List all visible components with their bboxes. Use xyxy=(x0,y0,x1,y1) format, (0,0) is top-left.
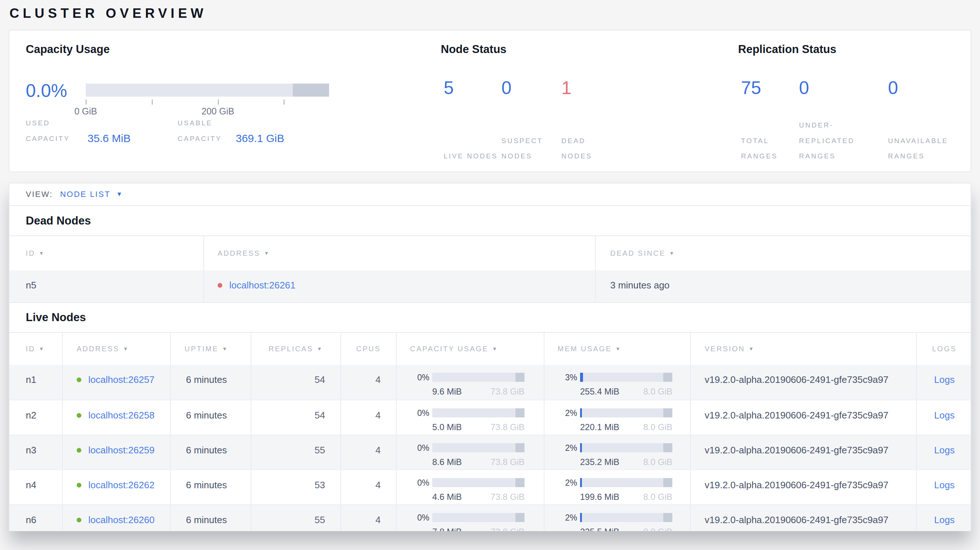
dead-nodes-heading: Dead Nodes xyxy=(10,206,970,235)
node-address-link[interactable]: localhost:26258 xyxy=(88,410,154,421)
mem-bar-fill xyxy=(580,409,582,417)
replication-status-section: Replication Status 75 TOTAL RANGES 0 UND… xyxy=(738,43,970,172)
mem-bar-reserved-segment xyxy=(663,478,672,487)
unavailable-ranges-count: 0 xyxy=(888,80,970,96)
suspect-nodes-label: SUSPECT NODES xyxy=(502,134,556,165)
capacity-used: 8.6 MiB xyxy=(432,457,462,467)
mem-total: 8.0 GiB xyxy=(643,422,672,432)
mem-used: 199.6 MiB xyxy=(580,492,619,502)
node-cpus: 4 xyxy=(340,505,396,531)
mem-bar-fill xyxy=(580,513,582,522)
sort-desc-icon: ▼ xyxy=(749,346,755,352)
axis-tick xyxy=(284,100,285,105)
logs-link[interactable]: Logs xyxy=(934,480,955,490)
capacity-used: 5.0 MiB xyxy=(432,422,462,432)
logs-link[interactable]: Logs xyxy=(934,374,955,385)
mem-usage-cell: 2% 235.2 MiB 8.0 GiB xyxy=(544,435,690,469)
logs-link[interactable]: Logs xyxy=(934,410,955,421)
node-uptime: 6 minutes xyxy=(170,435,251,469)
node-address-link[interactable]: localhost:26259 xyxy=(88,445,154,456)
view-label: VIEW: xyxy=(26,190,52,199)
node-version: v19.2.0-alpha.20190606-2491-gfe735c9a97 xyxy=(690,401,916,434)
capacity-usage-cell: 0% 8.6 MiB 73.8 GiB xyxy=(396,435,544,469)
logs-link[interactable]: Logs xyxy=(934,445,955,456)
mem-percent: 2% xyxy=(555,513,577,531)
column-header-cpus[interactable]: CPUS xyxy=(340,333,396,365)
dead-nodes-label: DEAD NODES xyxy=(562,134,616,165)
column-header-id[interactable]: ID ▼ xyxy=(10,236,204,270)
dead-nodes-table: ID ▼ ADDRESS ▼ DEAD SINCE ▼ n5 localhost… xyxy=(10,235,970,303)
capacity-bar-reserved-segment xyxy=(293,84,329,97)
capacity-bar-reserved-segment xyxy=(515,409,525,417)
column-header-mem-usage[interactable]: MEM USAGE ▼ xyxy=(544,333,690,365)
view-selected-value: NODE LIST xyxy=(60,190,110,199)
cluster-overview-page: CLUSTER OVERVIEW Capacity Usage 0.0% 0 G… xyxy=(0,0,980,550)
capacity-total: 73.8 GiB xyxy=(491,386,525,397)
capacity-percent: 0.0% xyxy=(26,83,86,99)
capacity-percent: 0% xyxy=(407,373,430,400)
capacity-total: 73.8 GiB xyxy=(491,422,525,432)
live-status-dot-icon xyxy=(76,483,81,488)
dead-nodes-table-header: ID ▼ ADDRESS ▼ DEAD SINCE ▼ xyxy=(10,235,970,270)
node-address-cell: localhost:26259 xyxy=(62,435,170,469)
logs-link[interactable]: Logs xyxy=(934,514,955,525)
live-nodes-label: LIVE NODES xyxy=(444,149,498,164)
column-header-replicas[interactable]: REPLICAS ▼ xyxy=(251,333,340,365)
column-header-version[interactable]: VERSION ▼ xyxy=(690,333,916,365)
node-address-link[interactable]: localhost:26257 xyxy=(88,374,154,385)
capacity-percent: 0% xyxy=(407,409,430,434)
dead-status-dot-icon xyxy=(218,283,222,288)
column-header-uptime[interactable]: UPTIME ▼ xyxy=(170,333,251,365)
mem-percent: 2% xyxy=(555,409,577,434)
live-nodes-count: 5 xyxy=(444,80,499,96)
page-title: CLUSTER OVERVIEW xyxy=(10,6,980,21)
node-address-cell: localhost:26257 xyxy=(62,365,170,400)
mem-percent: 2% xyxy=(555,478,577,504)
live-status-dot-icon xyxy=(76,377,81,382)
node-status-title: Node Status xyxy=(441,43,738,57)
axis-label-start: 0 GiB xyxy=(75,106,97,117)
column-header-capacity-usage[interactable]: CAPACITY USAGE ▼ xyxy=(396,333,544,365)
capacity-usage-section: Capacity Usage 0.0% 0 GiB 200 GiB USE xyxy=(26,43,441,172)
mem-bar-fill xyxy=(580,443,582,452)
column-header-address[interactable]: ADDRESS ▼ xyxy=(62,333,170,365)
view-selector-dropdown[interactable]: NODE LIST ▼ xyxy=(60,190,123,199)
dead-node-row: n5 localhost:26261 3 minutes ago xyxy=(10,270,970,303)
sort-desc-icon: ▼ xyxy=(615,346,622,352)
mem-bar-reserved-segment xyxy=(663,409,672,417)
column-header-dead-since[interactable]: DEAD SINCE ▼ xyxy=(595,236,971,270)
node-address-link[interactable]: localhost:26261 xyxy=(229,280,295,291)
dead-nodes-stat: 1 DEAD NODES xyxy=(558,80,668,164)
dead-since-value: 3 minutes ago xyxy=(595,270,971,302)
capacity-bar-reserved-segment xyxy=(515,478,525,487)
node-address-link[interactable]: localhost:26260 xyxy=(88,514,154,525)
node-id: n1 xyxy=(10,365,62,400)
mem-bar-reserved-segment xyxy=(663,513,672,522)
mem-percent: 2% xyxy=(555,443,577,469)
node-id: n5 xyxy=(10,270,204,302)
mem-used: 220.1 MiB xyxy=(580,422,619,432)
used-capacity-metric: USED CAPACITY 35.6 MiB xyxy=(26,116,165,147)
mem-bar xyxy=(580,513,672,522)
node-cpus: 4 xyxy=(340,365,396,400)
sort-desc-icon: ▼ xyxy=(317,346,323,352)
mem-total: 8.0 GiB xyxy=(643,527,672,531)
capacity-usage-title: Capacity Usage xyxy=(26,43,441,57)
chevron-down-icon: ▼ xyxy=(116,191,123,198)
node-replicas: 55 xyxy=(251,435,340,469)
node-address-link[interactable]: localhost:26262 xyxy=(88,480,154,490)
node-id: n2 xyxy=(10,401,62,434)
usable-capacity-metric: USABLE CAPACITY 369.1 GiB xyxy=(178,116,313,147)
capacity-bar-reserved-segment xyxy=(515,443,525,452)
under-replicated-ranges-count: 0 xyxy=(799,80,885,96)
node-cpus: 4 xyxy=(340,435,396,469)
mem-bar-reserved-segment xyxy=(663,443,672,452)
column-header-address[interactable]: ADDRESS ▼ xyxy=(204,236,595,270)
mem-usage-cell: 2% 199.6 MiB 8.0 GiB xyxy=(544,470,690,504)
node-uptime: 6 minutes xyxy=(170,470,251,504)
mem-total: 8.0 GiB xyxy=(643,457,672,467)
node-address-cell: localhost:26262 xyxy=(62,470,170,504)
column-header-id[interactable]: ID ▼ xyxy=(10,333,62,365)
live-status-dot-icon xyxy=(76,518,81,522)
logs-cell: Logs xyxy=(916,435,971,469)
